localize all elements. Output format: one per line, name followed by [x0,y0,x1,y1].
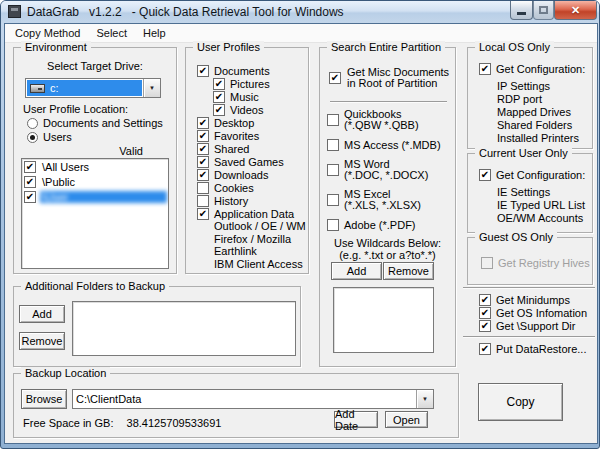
target-drive-selected[interactable]: c: [27,80,142,96]
checkbox-icon[interactable]: ✔ [479,307,491,319]
checkbox-icon[interactable]: ✔ [197,143,209,155]
radio-icon[interactable] [27,118,38,129]
checkbox-icon[interactable] [481,257,493,269]
profile-list-item[interactable]: ✔\All Users [22,159,168,174]
extra-option-label: Get \Support Dir [496,320,575,332]
checkbox-icon[interactable] [327,219,339,231]
minimize-icon [517,12,526,15]
checkbox-icon[interactable]: ✔ [329,72,341,84]
filetype-label: MS Word(*.DOC, *.DOCX) [344,159,428,181]
checkbox-icon[interactable]: ✔ [213,91,225,103]
user-profile-checkbox[interactable]: ✔Pictures [213,77,307,90]
user-profile-checkbox[interactable]: ✔Application Data [197,207,307,220]
checkbox-icon[interactable]: ✔ [24,161,36,173]
filetype-checkbox[interactable]: Quickbooks(*.QBW *.QBB) [327,109,455,131]
additional-add-button[interactable]: Add [19,305,65,323]
checkbox-icon[interactable] [197,195,209,207]
guest-registry-hives-checkbox[interactable]: Get Registry Hives [481,257,590,269]
filetype-checkbox[interactable]: MS Access (*.MDB) [327,139,455,151]
free-space-label: Free Space in GB: [23,417,114,429]
profile-list-item[interactable]: ✔\Public [22,174,168,189]
user-profile-label: Application Data [214,208,294,220]
filetype-checkbox[interactable]: MS Word(*.DOC, *.DOCX) [327,159,455,181]
copy-button[interactable]: Copy [478,383,563,421]
checkbox-icon[interactable]: ✔ [197,208,209,220]
checkbox-icon[interactable]: ✔ [24,191,36,203]
checkbox-icon[interactable]: ✔ [479,169,491,181]
target-drive-combo[interactable]: c: ▼ [25,78,161,98]
user-profile-checkbox[interactable]: Cookies [197,181,307,194]
backup-location-title: Backup Location [21,367,110,379]
user-profile-checkbox[interactable]: ✔Downloads [197,168,307,181]
backup-path-dropdown-button[interactable]: ▼ [416,390,433,408]
user-profile-checkbox[interactable]: ✔Desktop [197,116,307,129]
checkbox-icon[interactable] [327,114,339,126]
filetype-list: Quickbooks(*.QBW *.QBB)MS Access (*.MDB)… [327,109,455,231]
close-button[interactable]: ✕ [554,1,597,20]
checkbox-icon[interactable]: ✔ [213,78,225,90]
wildcard-remove-button[interactable]: Remove [383,262,434,280]
extra-option-checkbox[interactable]: ✔Get OS Infomation [479,306,587,319]
free-space-value: 38.4125709533691 [117,417,222,429]
put-datarestore-checkbox[interactable]: ✔ Put DataRestore... [479,343,587,355]
open-button[interactable]: Open [385,411,428,428]
user-profile-checkbox[interactable]: ✔Favorites [197,129,307,142]
filetype-checkbox[interactable]: Adobe (*.PDF) [327,219,455,231]
checkbox-icon[interactable]: ✔ [479,343,491,355]
checkbox-icon[interactable]: ✔ [24,176,36,188]
target-drive-dropdown-button[interactable]: ▼ [143,79,160,97]
user-profile-checkbox[interactable]: ✔Saved Games [197,155,307,168]
checkbox-icon[interactable]: ✔ [479,320,491,332]
misc-documents-label: Get Misc Documents in Root of Partition [347,67,449,89]
checkbox-icon[interactable] [197,182,209,194]
additional-folders-list[interactable] [72,301,296,356]
menu-help[interactable]: Help [135,24,174,43]
minimize-button[interactable] [510,1,533,20]
user-profile-checkbox[interactable]: ✔Documents [197,64,307,77]
checkbox-icon[interactable]: ✔ [197,169,209,181]
wildcard-add-button[interactable]: Add [331,262,382,280]
current-get-config-checkbox[interactable]: ✔ Get Configuration: [479,169,585,181]
current-user-items: IE SettingsIE Typed URL ListOE/WM Accoun… [497,185,585,224]
add-date-button[interactable]: Add Date [334,411,378,428]
radio-icon[interactable] [27,132,38,143]
extra-option-checkbox[interactable]: ✔Get Minidumps [479,293,587,306]
filetype-checkbox[interactable]: MS Excel(*.XLS, *.XLSX) [327,189,455,211]
backup-path-field[interactable]: C:\ClientData [73,390,416,408]
checkbox-icon[interactable]: ✔ [213,104,225,116]
profile-list-item[interactable]: ✔\User [22,189,168,204]
app-data-subitem: Earthlink [214,245,307,258]
local-os-item: Installed Printers [497,131,579,144]
checkbox-icon[interactable]: ✔ [479,294,491,306]
checkbox-icon[interactable] [327,139,339,151]
valid-profiles-list[interactable]: ✔\All Users✔\Public✔\User [21,158,169,269]
extra-option-checkbox[interactable]: ✔Get \Support Dir [479,319,587,332]
backup-path-combo[interactable]: C:\ClientData ▼ [72,389,434,409]
browse-button[interactable]: Browse [21,389,67,409]
close-icon: ✕ [571,4,580,17]
user-profile-checkbox[interactable]: ✔Music [213,90,307,103]
checkbox-icon[interactable] [327,164,339,176]
user-profile-checkbox[interactable]: ✔Shared [197,142,307,155]
local-os-title: Local OS Only [475,41,554,53]
user-profiles-list: ✔Documents✔Pictures✔Music✔Videos✔Desktop… [197,64,307,270]
menu-select[interactable]: Select [88,24,135,43]
menu-copy-method[interactable]: Copy Method [7,24,88,43]
maximize-icon [539,6,548,14]
checkbox-icon[interactable]: ✔ [479,63,491,75]
checkbox-icon[interactable] [327,194,339,206]
user-profile-checkbox[interactable]: History [197,194,307,207]
local-get-config-checkbox[interactable]: ✔ Get Configuration: [479,63,585,75]
wildcard-list[interactable] [333,287,434,353]
additional-remove-button[interactable]: Remove [19,332,65,350]
checkbox-icon[interactable]: ✔ [197,130,209,142]
checkbox-icon[interactable]: ✔ [197,65,209,77]
user-profile-checkbox[interactable]: ✔Videos [213,103,307,116]
wildcards-hint-2: (e.g. *.txt or a?to*.*) [319,249,456,261]
checkbox-icon[interactable]: ✔ [197,156,209,168]
misc-documents-checkbox[interactable]: ✔ Get Misc Documents in Root of Partitio… [329,67,451,89]
profile-location-radio-option[interactable]: Documents and Settings [27,116,163,130]
maximize-button[interactable] [533,1,554,20]
profile-location-radio-option[interactable]: Users [27,130,163,144]
checkbox-icon[interactable]: ✔ [197,117,209,129]
